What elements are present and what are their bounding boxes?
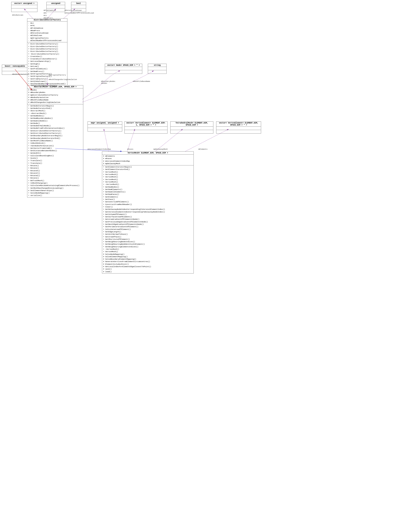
am-method-20: GetWidth(): [28, 152, 82, 154]
vm-method-1: GetElementIteratorBegin(): [103, 166, 193, 168]
vm-field-3: mVoronoiElementIndexMap: [103, 160, 193, 162]
vm-method-24: GetNextEdgeGradientOfElementAtNode(): [103, 223, 193, 226]
vm-method-40: ElementIncludesPoint(): [103, 263, 193, 265]
dvf-method-8: GetLocalOwnership(): [28, 60, 66, 62]
vm-method-41: GetLocalIndexForElementEdgeClosestToPoin…: [103, 265, 193, 268]
am-method-1: GetNodeIteratorBegin(): [28, 105, 82, 107]
am-method-21: CalculateBoundingBox(): [28, 155, 82, 157]
diagram-container: vector< unsigned > unsigned bool boost::…: [0, 0, 408, 532]
vm-method-14: GetFace(): [103, 198, 193, 201]
vm-method-43: load(): [103, 270, 193, 273]
dvf-field-4: mNumProcs: [28, 29, 66, 32]
dvf-method-11: GetProblemSize(): [28, 68, 66, 70]
vm-method-20: GetVolumeOfElement(): [103, 213, 193, 216]
vm-method-8: ~VertexMesh(): [103, 183, 193, 186]
label-mElements: mElements: [198, 148, 208, 150]
label-mVoronoiElementIndexMap: mVoronoiElementIndexMap: [88, 148, 111, 150]
am-method-31: RefreshMesh(): [28, 179, 82, 182]
am-method-24: Translate(): [28, 162, 82, 165]
label-mpOriginalFactory: mpOriginalFactory: [49, 74, 66, 76]
am-method-13: GetBoundaryNodeIteratorBegin(): [28, 134, 82, 137]
am-method-11: GetDistributedVectorFactory(): [28, 130, 82, 132]
svg-line-6: [104, 129, 109, 151]
box-distributed-vector-factory: DistributedVectorFactory mLo mrHi mProbl…: [27, 18, 67, 96]
vm-method-37: SolveElementMapping(): [103, 255, 193, 258]
dvf-method-10: GetLow(): [28, 65, 66, 68]
box-vm-methods: GetElementIteratorBegin() GetElementIter…: [102, 166, 194, 273]
vm-method-21: GetSurfaceAreaOfElement(): [103, 216, 193, 218]
vm-method-32: GetNeighbouringNodeNotAlsoInElement(): [103, 243, 193, 245]
vm-method-22: GetAreaGradientOfElementAtNode(): [103, 218, 193, 220]
am-method-35: SetElementOwnerships(): [28, 189, 82, 192]
vm-method-6: VertexMesh(): [103, 178, 193, 181]
box-string: string: [148, 64, 167, 74]
box-tm-title: TetrahedralMesh< ELEMENT_DIM, SPACE_DIM …: [170, 122, 213, 127]
am-method-3: AbstractMesh(): [28, 110, 82, 112]
am-method-25: Rotate(): [28, 165, 82, 167]
dvf-method-7: CreateDistributedVector(): [28, 58, 66, 60]
box-dvf-fields: mLo mrHi mProblemSize mNumProcs mPetscSt…: [27, 22, 67, 42]
dvf-field-2: mrHi: [28, 24, 66, 27]
dvf-field-5: mPetscStatusKnown: [28, 32, 66, 34]
am-field-1: mNodes: [28, 89, 82, 91]
box-string-title: string: [148, 64, 166, 67]
vm-method-35: VertexMesh(): [103, 251, 193, 253]
am-method-30: Rotate(): [28, 177, 82, 179]
vm-method-30: GetShortAxisOfElement(): [103, 238, 193, 241]
box-vve2-title: vector< VertexElement< ELEMENT_DIM, SPAC…: [216, 122, 261, 127]
box-am-fields: mNodes mBoundaryNodes mpDistributedVecto…: [27, 88, 83, 104]
label-mMeshFileBaseName: mMeshFileBaseName: [133, 80, 150, 82]
vm-field-1: mElements: [103, 155, 193, 157]
am-field-2: mBoundaryNodes: [28, 91, 82, 94]
label-mGlobalLows: mGlobalLows: [12, 14, 23, 16]
box-vm-title: VertexMesh< ELEMENT_DIM, SPACE_DIM >: [102, 152, 194, 155]
vm-method-34: ~VertexMesh(): [103, 248, 193, 251]
vm-method-27: GetEdgeLength(): [103, 231, 193, 233]
am-field-4: mNodesPermutation: [28, 96, 82, 99]
am-method-16: IsMeshOnDisk(): [28, 142, 82, 144]
vm-method-3: VertexMesh(): [103, 171, 193, 173]
box-vector-node-title: vector< Node< SPACE_DIM > * >: [105, 64, 142, 67]
box-vector-unsigned: vector< unsigned >: [11, 2, 37, 12]
vm-method-26: CalculateAreaOfElement(): [103, 228, 193, 231]
box-vertex-mesh: VertexMesh< ELEMENT_DIM, SPACE_DIM > mEl…: [102, 151, 194, 273]
am-method-27: RotateX(): [28, 170, 82, 172]
vm-method-38: SolveBoundaryElementMapping(): [103, 258, 193, 260]
am-method-33: CalculateMaximumContainingElementsPerPro…: [28, 184, 82, 187]
dvf-method-3: DistributedVectorFactory(): [28, 48, 66, 50]
dvf-method-1: DistributedVectorFactory(): [28, 43, 66, 45]
label-mpDistributedVectorFactory: mpDistributedVectorFactory: [31, 85, 57, 87]
dvf-method-2: DistributedVectorFactory(): [28, 45, 66, 48]
am-method-29: RotateZ(): [28, 174, 82, 177]
am-method-32: IsMeshChanging(): [28, 182, 82, 184]
am-method-17: rGetNodesPermutation(): [28, 145, 82, 147]
box-vector-vertex-element2: vector< VertexElement< ELEMENT_DIM, SPAC…: [216, 121, 261, 134]
dvf-method-9: GetHigh(): [28, 63, 66, 65]
vm-method-17: Clear(): [103, 206, 193, 208]
am-method-10: GetNodeFromPrePermutationIndex(): [28, 127, 82, 130]
vm-method-9: GetNumNodes(): [103, 186, 193, 188]
vm-method-36: SolveNodeMapping(): [103, 253, 193, 255]
vm-method-7: VertexMesh(): [103, 181, 193, 183]
label-mFaces: mFaces: [127, 148, 133, 150]
vm-method-16: ConstructFromMeshReader(): [103, 203, 193, 206]
am-method-2: GetNodeIteratorEnd(): [28, 107, 82, 110]
box-vector-unsigned-title: vector< unsigned >: [11, 2, 37, 5]
vm-method-19: GetVoronoiElementIndexCorrespondingToDel…: [103, 211, 193, 213]
dvf-field-8: mCheckNumberOfProcessesOnLoad: [28, 39, 66, 42]
box-vve1-title: vector< VertexElement< ELEMENT_DIM-1, SP…: [125, 122, 167, 127]
am-method-6: GetNumBoundaryNodes(): [28, 117, 82, 120]
label-mPetscStatusKnown: mPetscStatusKnownmCheckNumberOfProcesses…: [65, 9, 94, 14]
dvf-field-7: mpOriginalFactory: [28, 37, 66, 39]
vm-method-10: GetNumElements(): [103, 188, 193, 191]
dvf-field-3: mProblemSize: [28, 27, 66, 29]
vm-method-42: save(): [103, 268, 193, 270]
box-map-unsigned-title: map< unsigned, unsigned >: [88, 122, 122, 125]
box-boost-noncopyable: boost::noncopyable: [2, 65, 28, 75]
box-unsigned-title: unsigned: [47, 2, 65, 5]
box-vector-vertex-element1: vector< VertexElement< ELEMENT_DIM-1, SP…: [124, 121, 168, 134]
am-method-22: Scale(): [28, 157, 82, 159]
vm-method-13: GetElement(): [103, 196, 193, 198]
vm-method-31: GetNeighbouringNodeIndices(): [103, 241, 193, 243]
label-mBoundaryNodes: mBoundaryNodesmNodes: [101, 80, 115, 84]
